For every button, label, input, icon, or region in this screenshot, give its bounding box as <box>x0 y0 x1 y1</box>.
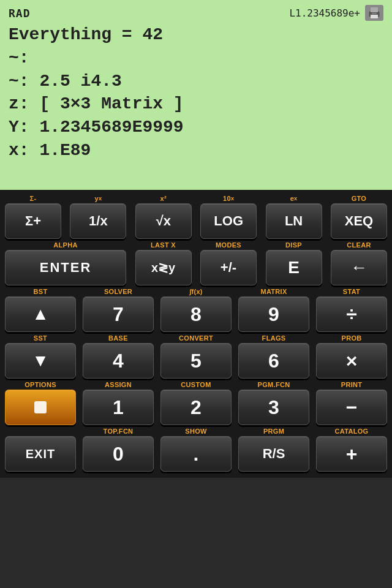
btn-8[interactable]: 8 <box>160 296 232 332</box>
label-integral: ∫f(x) <box>160 287 232 296</box>
btn-rs[interactable]: R/S <box>238 436 309 472</box>
print-icon <box>365 5 383 21</box>
button-row-3: BST ▲ SOLVER 7 ∫f(x) 8 MATRIX 9 STAT ÷ <box>5 287 387 332</box>
btn-0[interactable]: 0 <box>83 436 154 472</box>
btn-multiply[interactable]: × <box>316 343 387 379</box>
label-options: OPTIONS <box>5 380 76 390</box>
cell-e: DISP E <box>266 240 322 285</box>
cell-exit: . EXIT <box>5 426 76 472</box>
btn-log[interactable]: LOG <box>200 203 257 239</box>
button-row-6: . EXIT TOP.FCN 0 SHOW . PRGM R/S CATALOG… <box>5 426 387 472</box>
btn-9[interactable]: 9 <box>238 296 309 332</box>
button-row-2: ALPHA ENTER LAST X x≷y MODES +/- DISP E … <box>5 240 387 285</box>
display-line-1: ~: <box>9 47 383 70</box>
cell-down: SST ▼ <box>5 333 76 379</box>
display-line-2: ~: 2.5 i4.3 <box>9 70 383 93</box>
svg-rect-3 <box>372 13 377 14</box>
display-line-3: z: [ 3×3 Matrix ] <box>9 92 383 116</box>
label-print: PRINT <box>316 380 387 390</box>
label-assign: ASSIGN <box>83 380 154 390</box>
cell-multiply: PROB × <box>316 333 387 379</box>
btn-xleqy[interactable]: x≷y <box>135 250 192 285</box>
label-show: SHOW <box>160 426 232 436</box>
cell-8: ∫f(x) 8 <box>160 287 232 332</box>
label-empty: . <box>5 426 76 436</box>
label-base: BASE <box>83 333 154 343</box>
square-icon <box>31 398 50 417</box>
btn-divide[interactable]: ÷ <box>316 296 387 332</box>
calculator-body: Σ- Σ+ yx 1/x x² √x 10x LOG ex LN GTO XEQ… <box>0 190 392 478</box>
label-custom: CUSTOM <box>160 380 232 390</box>
cell-sqrt: x² √x <box>135 194 192 239</box>
cell-enter: ALPHA ENTER <box>5 240 126 285</box>
btn-ln[interactable]: LN <box>266 203 322 239</box>
cell-2: CUSTOM 2 <box>160 380 232 425</box>
cell-7: SOLVER 7 <box>83 287 154 332</box>
cell-9: MATRIX 9 <box>238 287 309 332</box>
cell-3: PGM.FCN 3 <box>238 380 309 425</box>
label-matrix: MATRIX <box>238 287 309 296</box>
cell-rs: PRGM R/S <box>238 426 309 472</box>
btn-4[interactable]: 4 <box>83 343 154 379</box>
svg-rect-1 <box>371 7 378 12</box>
cell-log: 10x LOG <box>200 194 257 239</box>
label-ex: ex <box>266 194 322 203</box>
btn-plusminus[interactable]: +/- <box>200 250 257 285</box>
btn-sqrt[interactable]: √x <box>135 203 192 239</box>
cell-4: BASE 4 <box>83 333 154 379</box>
btn-inv-x[interactable]: 1/x <box>70 203 126 239</box>
cell-xleqy: LAST X x≷y <box>135 240 192 285</box>
label-disp: DISP <box>266 240 322 250</box>
cell-options: OPTIONS <box>5 380 76 425</box>
btn-7[interactable]: 7 <box>83 296 154 332</box>
display-line-5: x: 1.E89 <box>9 139 383 162</box>
btn-xeq[interactable]: XEQ <box>331 203 387 239</box>
btn-down[interactable]: ▼ <box>5 343 76 379</box>
label-stat: STAT <box>316 287 387 296</box>
label-modes: MODES <box>200 240 257 250</box>
cell-minus: PRINT − <box>316 380 387 425</box>
cell-xeq: GTO XEQ <box>331 194 387 239</box>
btn-up[interactable]: ▲ <box>5 296 76 332</box>
label-catalog: CATALOG <box>316 426 387 436</box>
btn-6[interactable]: 6 <box>238 343 309 379</box>
display-top-bar: RAD L1.2345689e+ <box>9 5 383 21</box>
cell-6: FLAGS 6 <box>238 333 309 379</box>
btn-sigma-plus[interactable]: Σ+ <box>5 203 61 239</box>
btn-dot[interactable]: . <box>160 436 232 472</box>
cell-plus: CATALOG + <box>316 426 387 472</box>
cell-divide: STAT ÷ <box>316 287 387 332</box>
btn-5[interactable]: 5 <box>160 343 232 379</box>
btn-3[interactable]: 3 <box>238 390 309 425</box>
cell-ln: ex LN <box>266 194 322 239</box>
btn-exit[interactable]: EXIT <box>5 436 76 472</box>
label-yx: yx <box>70 194 126 203</box>
label-clear: CLEAR <box>331 240 387 250</box>
display-line-0: Everything = 42 <box>9 23 383 47</box>
label-gto: GTO <box>331 194 387 203</box>
display-content: Everything = 42 ~: ~: 2.5 i4.3 z: [ 3×3 … <box>9 23 383 162</box>
label-solver: SOLVER <box>83 287 154 296</box>
btn-1[interactable]: 1 <box>83 390 154 425</box>
cell-0: TOP.FCN 0 <box>83 426 154 472</box>
label-sst: SST <box>5 333 76 343</box>
angle-mode: RAD <box>9 7 31 20</box>
btn-2[interactable]: 2 <box>160 390 232 425</box>
btn-plus[interactable]: + <box>316 436 387 472</box>
svg-rect-2 <box>371 15 378 18</box>
btn-options[interactable] <box>5 390 76 425</box>
label-lastx: LAST X <box>135 240 192 250</box>
display-line-4: Y: 1.2345689E9999 <box>9 116 383 139</box>
cell-sigma-plus: Σ- Σ+ <box>5 194 61 239</box>
button-row-4: SST ▼ BASE 4 CONVERT 5 FLAGS 6 PROB × <box>5 333 387 379</box>
btn-enter[interactable]: ENTER <box>5 250 126 285</box>
memory-indicator: L1.2345689e+ <box>289 7 360 19</box>
btn-backspace[interactable]: ← <box>331 250 387 285</box>
label-prgm: PRGM <box>238 426 309 436</box>
label-convert: CONVERT <box>160 333 232 343</box>
btn-e[interactable]: E <box>266 250 322 285</box>
btn-minus[interactable]: − <box>316 390 387 425</box>
label-pgmfcn: PGM.FCN <box>238 380 309 390</box>
label-bst: BST <box>5 287 76 296</box>
cell-5: CONVERT 5 <box>160 333 232 379</box>
